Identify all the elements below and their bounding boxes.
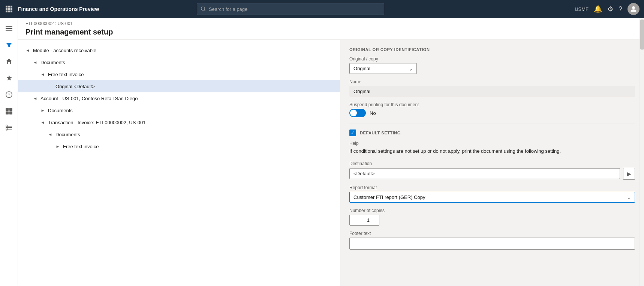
svg-rect-16 [6, 108, 9, 111]
caret-module: ◄ [24, 48, 31, 53]
section-divider [349, 123, 635, 123]
caret-free-text-invoice-2: ► [54, 144, 61, 149]
search-input[interactable] [209, 6, 380, 12]
search-icon [201, 6, 206, 12]
sidebar-favorites-icon[interactable] [1, 71, 16, 86]
original-copy-select-wrapper: Original Copy [349, 63, 417, 74]
report-format-wrapper: Customer FTI report (GER) Copy Customer … [349, 192, 635, 203]
tree-node-transaction[interactable]: ◄ Transaction - Invoice: FTI-00000002, U… [18, 116, 340, 128]
sidebar-home-icon[interactable] [1, 54, 16, 69]
copies-field: Number of copies [349, 208, 635, 226]
caret-transaction: ◄ [39, 120, 46, 125]
tree-node-original-default[interactable]: Original <Default> [18, 80, 340, 92]
main-content: FTI-00000002 : US-001 Print management s… [18, 18, 644, 286]
suspend-label: Suspend printing for this document [349, 102, 635, 107]
svg-rect-17 [9, 108, 12, 111]
user-avatar[interactable] [628, 3, 640, 15]
original-copy-select[interactable]: Original Copy [349, 63, 417, 74]
default-setting-header: ✓ DEFAULT SETTING [349, 129, 635, 136]
sidebar-menu-icon[interactable] [1, 21, 16, 36]
svg-rect-12 [6, 26, 12, 27]
content-split: ◄ Module - accounts receivable ◄ Documen… [18, 40, 644, 286]
destination-play-button[interactable]: ▶ [623, 168, 635, 180]
suspend-toggle[interactable] [349, 109, 366, 117]
sidebar-recent-icon[interactable] [1, 87, 16, 102]
copies-input[interactable] [349, 215, 379, 226]
tree-label-free-text-invoice-2: Free text invoice [63, 144, 99, 149]
svg-rect-21 [6, 127, 12, 128]
settings-icon[interactable]: ⚙ [607, 5, 613, 13]
original-copy-field: Original / copy Original Copy [349, 56, 635, 74]
topbar-right: USMF 🔔 ⚙ ? [575, 3, 640, 15]
footer-text-field: Footer text [349, 231, 635, 250]
copies-label: Number of copies [349, 208, 635, 213]
tree-node-documents-3[interactable]: ◄ Documents [18, 128, 340, 140]
svg-rect-4 [8, 8, 10, 10]
tree-label-documents-2: Documents [48, 108, 73, 113]
scrollbar-thumb[interactable] [640, 20, 644, 50]
caret-free-text-invoice: ◄ [39, 72, 46, 77]
help-text-content: If conditional settings are not set up o… [349, 148, 635, 155]
report-format-select[interactable]: Customer FTI report (GER) Copy Customer … [349, 192, 635, 203]
svg-rect-2 [10, 6, 12, 8]
sidebar-filter-icon[interactable] [1, 38, 16, 53]
svg-rect-20 [6, 126, 12, 126]
help-icon[interactable]: ? [619, 5, 622, 13]
svg-point-9 [201, 7, 204, 10]
tree-label-documents-3: Documents [55, 132, 80, 137]
tree-label-documents-1: Documents [40, 60, 65, 65]
original-copy-label: Original / copy [349, 56, 635, 62]
destination-field: Destination ▶ [349, 161, 635, 180]
tree-node-free-text-invoice[interactable]: ◄ Free text invoice [18, 68, 340, 80]
svg-rect-14 [6, 30, 12, 31]
original-copy-section-heading: ORIGINAL OR COPY IDENTIFICATION [349, 47, 635, 52]
help-label: Help [349, 141, 635, 146]
svg-rect-13 [6, 28, 12, 29]
tree-label-original-default: Original <Default> [55, 84, 95, 89]
suspend-value: No [370, 110, 376, 116]
topbar: Finance and Operations Preview USMF 🔔 ⚙ … [0, 0, 644, 18]
svg-rect-0 [6, 6, 7, 8]
tree-node-free-text-invoice-2[interactable]: ► Free text invoice [18, 140, 340, 152]
svg-rect-8 [10, 11, 12, 12]
page-header: FTI-00000002 : US-001 Print management s… [18, 18, 644, 40]
tree-node-account[interactable]: ◄ Account - US-001, Contoso Retail San D… [18, 92, 340, 104]
app-body: FTI-00000002 : US-001 Print management s… [0, 18, 644, 286]
svg-line-10 [204, 10, 205, 11]
report-format-label: Report format [349, 185, 635, 190]
scrollbar-track [640, 18, 644, 286]
tree-label-module: Module - accounts receivable [33, 48, 96, 53]
footer-text-input[interactable] [349, 238, 635, 250]
app-title: Finance and Operations Preview [18, 6, 99, 12]
notifications-icon[interactable]: 🔔 [594, 5, 602, 13]
caret-documents-3: ◄ [46, 132, 54, 137]
sidebar-icons [0, 18, 18, 286]
sidebar-modules-icon[interactable] [1, 120, 16, 135]
destination-row: ▶ [349, 168, 635, 180]
page-title: Print management setup [25, 28, 637, 39]
suspend-toggle-row: No [349, 109, 635, 117]
breadcrumb-text: FTI-00000002 : US-001 [25, 21, 73, 26]
breadcrumb: FTI-00000002 : US-001 [25, 21, 637, 26]
caret-documents-1: ◄ [31, 60, 39, 65]
tree-node-module[interactable]: ◄ Module - accounts receivable [18, 44, 340, 56]
tree-panel: ◄ Module - accounts receivable ◄ Documen… [18, 40, 340, 286]
tree-label-account: Account - US-001, Contoso Retail San Die… [40, 96, 138, 101]
default-setting-checkbox[interactable]: ✓ [349, 129, 356, 136]
svg-rect-6 [6, 11, 7, 12]
detail-panel: ORIGINAL OR COPY IDENTIFICATION Original… [340, 40, 644, 286]
svg-rect-7 [8, 11, 10, 12]
default-setting-label: DEFAULT SETTING [360, 131, 401, 135]
svg-rect-19 [9, 111, 12, 114]
tree-node-documents-2[interactable]: ► Documents [18, 104, 340, 116]
sidebar-workspaces-icon[interactable] [1, 104, 16, 119]
name-input [349, 86, 635, 97]
svg-rect-18 [6, 111, 9, 114]
app-grid-icon[interactable] [4, 5, 13, 14]
search-bar[interactable] [197, 3, 384, 15]
destination-input[interactable] [349, 168, 620, 179]
company-selector[interactable]: USMF [575, 6, 589, 12]
tree-node-documents-1[interactable]: ◄ Documents [18, 56, 340, 68]
suspend-field: Suspend printing for this document No [349, 102, 635, 117]
svg-rect-1 [8, 6, 10, 8]
